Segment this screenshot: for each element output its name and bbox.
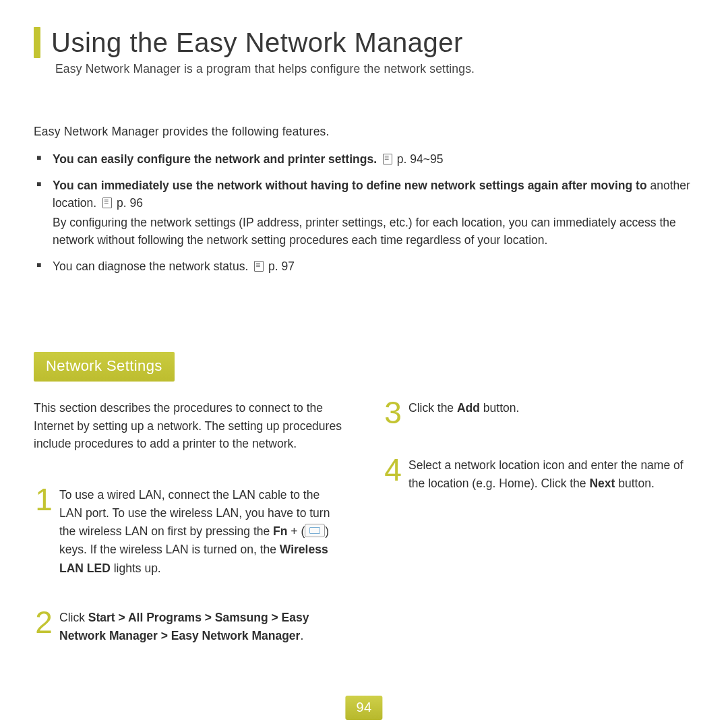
feature-page-ref: p. 94~95 bbox=[397, 152, 444, 166]
page-ref-icon bbox=[383, 154, 392, 164]
step-4: 4 Select a network location icon and ent… bbox=[383, 456, 694, 493]
feature-item: You can immediately use the network with… bbox=[34, 177, 694, 249]
right-column: 3 Click the Add button. 4 Select a netwo… bbox=[383, 399, 694, 676]
feature-item: You can diagnose the network status. p. … bbox=[34, 258, 694, 275]
fn-key-label: Fn bbox=[273, 524, 287, 538]
page-ref-icon bbox=[102, 198, 112, 208]
page-ref-icon bbox=[254, 261, 264, 272]
page-title: Using the Easy Network Manager bbox=[51, 28, 463, 58]
feature-detail-text: By configuring the network settings (IP … bbox=[53, 214, 694, 249]
feature-bold-text: You can immediately use the network with… bbox=[53, 179, 647, 192]
function-key-icon bbox=[305, 524, 325, 537]
step-1: 1 To use a wired LAN, connect the LAN ca… bbox=[34, 486, 345, 578]
feature-item: You can easily configure the network and… bbox=[34, 151, 694, 168]
title-accent-bar bbox=[34, 27, 40, 58]
step-text: Click Start > All Programs > Samsung > E… bbox=[59, 609, 345, 645]
page-subtitle: Easy Network Manager is a program that h… bbox=[55, 62, 694, 76]
left-column: This section describes the procedures to… bbox=[34, 399, 345, 676]
page-number-badge: 94 bbox=[345, 696, 382, 720]
step-number: 1 bbox=[34, 487, 54, 512]
step-2: 2 Click Start > All Programs > Samsung >… bbox=[34, 609, 345, 645]
step-text: Click the Add button. bbox=[408, 399, 519, 417]
section-intro-text: This section describes the procedures to… bbox=[34, 399, 345, 452]
add-button-label: Add bbox=[457, 401, 480, 415]
step-text: To use a wired LAN, connect the LAN cabl… bbox=[59, 486, 345, 578]
feature-plain-text: You can diagnose the network status. bbox=[53, 260, 248, 273]
title-row: Using the Easy Network Manager bbox=[34, 27, 694, 58]
menu-path-label: Start > All Programs > Samsung > Easy Ne… bbox=[59, 611, 309, 642]
next-button-label: Next bbox=[589, 477, 615, 490]
feature-page-ref: p. 97 bbox=[268, 260, 295, 273]
manual-page: Using the Easy Network Manager Easy Netw… bbox=[0, 0, 728, 728]
section-badge-network-settings: Network Settings bbox=[34, 352, 175, 382]
step-3: 3 Click the Add button. bbox=[383, 399, 694, 425]
feature-bold-text: You can easily configure the network and… bbox=[53, 152, 377, 166]
step-number: 2 bbox=[34, 610, 54, 635]
step-text: Select a network location icon and enter… bbox=[408, 456, 694, 493]
features-lead-text: Easy Network Manager provides the follow… bbox=[34, 125, 694, 139]
step-number: 3 bbox=[383, 400, 403, 425]
two-column-layout: This section describes the procedures to… bbox=[34, 399, 694, 676]
feature-page-ref: p. 96 bbox=[117, 196, 143, 210]
features-list: You can easily configure the network and… bbox=[34, 151, 694, 275]
step-number: 4 bbox=[383, 458, 403, 483]
